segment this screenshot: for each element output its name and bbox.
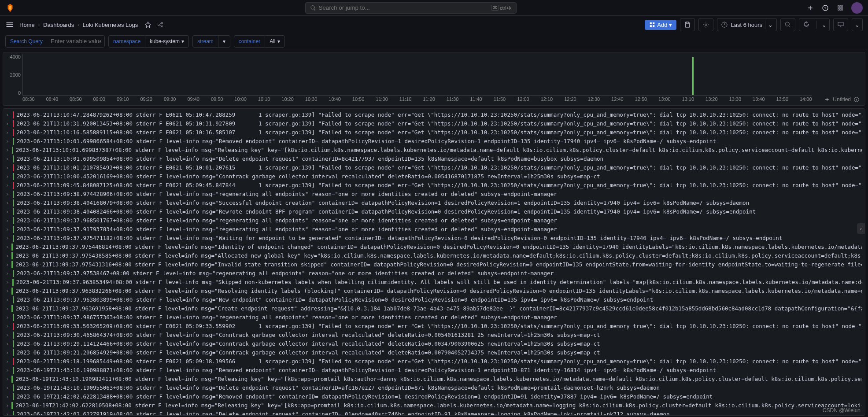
- chevron-right-icon[interactable]: ›: [6, 340, 11, 348]
- zoom-out-button[interactable]: [780, 18, 795, 31]
- chevron-right-icon[interactable]: ›: [6, 287, 10, 295]
- log-row[interactable]: ›2023-06-21T13:10:47.284879262+08:00 std…: [3, 111, 865, 119]
- chevron-right-icon[interactable]: ›: [6, 181, 11, 190]
- chevron-right-icon[interactable]: ›: [6, 146, 10, 155]
- chevron-right-icon[interactable]: ›: [6, 172, 11, 181]
- log-row[interactable]: ›2023-06-21T13:09:37.963691958+08:00 std…: [3, 304, 865, 313]
- log-row[interactable]: ›2023-06-19T21:42:02.622810508+08:00 std…: [3, 401, 865, 410]
- log-row[interactable]: ›2023-06-21T13:09:38.404082466+08:00 std…: [3, 207, 865, 216]
- save-button[interactable]: [680, 18, 695, 31]
- refresh-picker[interactable]: ⌄: [799, 18, 830, 31]
- chevron-right-icon[interactable]: ›: [6, 207, 11, 216]
- chevron-right-icon[interactable]: ›: [6, 331, 11, 340]
- log-row[interactable]: ›2023-06-21T13:10:01.699837387+08:00 std…: [3, 146, 865, 155]
- news-icon[interactable]: [836, 4, 844, 12]
- log-row[interactable]: ›2023-06-21T13:09:37.975438585+08:00 std…: [3, 251, 865, 260]
- var-namespace-select[interactable]: kube-system▾: [145, 36, 188, 47]
- log-row[interactable]: ›2023-06-21T13:09:37.963853494+08:00 std…: [3, 278, 865, 287]
- histogram-chart[interactable]: 400020000 08:3008:4008:5009:0009:1009:20…: [3, 52, 865, 105]
- grafana-logo[interactable]: [5, 3, 15, 13]
- log-row[interactable]: ›2023-06-19T21:43:10.190955063+08:00 std…: [3, 384, 865, 392]
- chevron-right-icon[interactable]: ›: [6, 357, 11, 366]
- chevron-right-icon[interactable]: ›: [6, 366, 11, 375]
- info-icon[interactable]: [853, 96, 860, 103]
- log-row[interactable]: ›2023-06-21T13:10:16.585889115+08:00 std…: [3, 128, 865, 137]
- star-icon[interactable]: [144, 21, 152, 29]
- global-search[interactable]: ⌘ ctrl+k: [305, 2, 517, 14]
- chevron-right-icon[interactable]: ›: [6, 322, 11, 331]
- chevron-right-icon[interactable]: ›: [6, 392, 11, 401]
- log-row[interactable]: ›2023-06-19T21:42:02.622813488+08:00 std…: [3, 392, 865, 401]
- chevron-right-icon[interactable]: ›: [6, 216, 11, 225]
- settings-button[interactable]: [698, 18, 713, 31]
- log-row[interactable]: ›2023-06-21T13:09:37.963803899+08:00 std…: [3, 295, 865, 304]
- log-row[interactable]: ›2023-06-21T13:09:21.206854929+08:00 std…: [3, 348, 865, 357]
- chevron-right-icon[interactable]: ›: [6, 128, 11, 137]
- chevron-right-icon[interactable]: ›: [6, 384, 11, 392]
- chevron-left-icon[interactable]: ‹: [857, 223, 865, 234]
- chevron-right-icon[interactable]: ›: [6, 119, 11, 128]
- chevron-right-icon[interactable]: ›: [6, 225, 11, 234]
- chevron-right-icon[interactable]: ›: [6, 243, 10, 251]
- log-row[interactable]: ›2023-06-21T13:09:30.465864374+08:00 std…: [3, 331, 865, 340]
- chevron-right-icon[interactable]: ›: [6, 199, 11, 207]
- log-row[interactable]: ›2023-06-19T21:42:02.622791919+08:00 std…: [3, 410, 865, 416]
- log-row[interactable]: ›2023-06-19T21:43:10.190988871+08:00 std…: [3, 366, 865, 375]
- log-row[interactable]: ›2023-06-21T13:09:37.975446814+08:00 std…: [3, 243, 865, 251]
- chevron-right-icon[interactable]: ›: [6, 163, 11, 172]
- time-picker[interactable]: Last 6 hours ⌄: [717, 18, 777, 31]
- log-row[interactable]: ›2023-06-21T13:09:37.975471182+08:00 std…: [3, 234, 865, 243]
- avatar[interactable]: [851, 2, 863, 14]
- chevron-right-icon[interactable]: ›: [6, 234, 11, 243]
- chevron-right-icon[interactable]: ›: [6, 304, 10, 313]
- chevron-right-icon[interactable]: ›: [6, 313, 11, 322]
- chevron-right-icon[interactable]: ›: [6, 190, 11, 199]
- crumb-dashboards[interactable]: Dashboards: [43, 22, 74, 28]
- share-icon[interactable]: [156, 21, 164, 29]
- log-row[interactable]: ›2023-06-21T13:10:00.452016169+08:00 std…: [3, 172, 865, 181]
- help-icon[interactable]: ?: [821, 4, 829, 12]
- refresh-button[interactable]: [799, 21, 813, 29]
- caret-down-icon[interactable]: ⌄: [768, 22, 773, 28]
- search-input[interactable]: [319, 4, 491, 11]
- log-row[interactable]: ›2023-06-21T13:09:33.563265209+08:00 std…: [3, 322, 865, 331]
- chevron-right-icon[interactable]: ›: [6, 111, 11, 119]
- menu-icon[interactable]: [5, 20, 14, 29]
- chevron-right-icon[interactable]: ›: [6, 348, 11, 357]
- log-row[interactable]: ›2023-06-21T13:09:38.404168079+08:00 std…: [3, 199, 865, 207]
- log-row[interactable]: ›2023-06-21T13:09:37.917937834+08:00 std…: [3, 225, 865, 234]
- log-row[interactable]: ›2023-06-21T13:10:01.699509854+08:00 std…: [3, 155, 865, 163]
- log-row[interactable]: ›2023-06-21T13:09:45.848087125+08:00 std…: [3, 181, 865, 190]
- chevron-right-icon[interactable]: ›: [6, 375, 10, 384]
- log-row[interactable]: ›2023-06-21T13:10:31.920013453+08:00 std…: [3, 119, 865, 128]
- log-row[interactable]: ›2023-06-21T13:09:29.114124466+08:00 std…: [3, 340, 865, 348]
- add-series-icon[interactable]: [824, 96, 830, 103]
- refresh-interval[interactable]: ⌄: [819, 22, 829, 28]
- chevron-right-icon[interactable]: ›: [6, 269, 11, 278]
- log-row[interactable]: ›2023-06-21T13:09:37.968501767+08:00 std…: [3, 216, 865, 225]
- log-row[interactable]: ›2023-06-21T13:09:38.974428906+08:00 std…: [3, 190, 865, 199]
- chevron-right-icon[interactable]: ›: [6, 155, 11, 163]
- log-row[interactable]: ›2023-06-19T21:43:10.190982411+08:00 std…: [3, 375, 865, 384]
- chevron-right-icon[interactable]: ›: [6, 137, 11, 146]
- log-row[interactable]: ›2023-06-21T13:10:01.699866584+08:00 std…: [3, 137, 865, 146]
- chevron-right-icon[interactable]: ›: [6, 260, 10, 269]
- log-row[interactable]: ›2023-06-21T13:10:01.210785493+08:00 std…: [3, 163, 865, 172]
- chevron-right-icon[interactable]: ›: [6, 278, 11, 287]
- chevron-right-icon[interactable]: ›: [6, 401, 10, 410]
- log-row[interactable]: ›2023-06-21T13:09:37.986757363+08:00 std…: [3, 313, 865, 322]
- add-button[interactable]: Add ▾: [645, 20, 676, 30]
- chevron-right-icon[interactable]: ›: [6, 295, 11, 304]
- log-row[interactable]: ›2023-06-21T13:09:37.97538467+08:00 stde…: [3, 269, 865, 278]
- crumb-home[interactable]: Home: [19, 22, 35, 28]
- kiosk-button[interactable]: [833, 18, 848, 31]
- var-stream-select[interactable]: ▾: [218, 36, 230, 47]
- log-row[interactable]: ›2023-06-21T13:09:18.199685449+08:00 std…: [3, 357, 865, 366]
- chevron-right-icon[interactable]: ›: [6, 251, 10, 260]
- chevron-right-icon[interactable]: ›: [6, 410, 11, 416]
- var-search-query-input[interactable]: [47, 36, 104, 47]
- log-row[interactable]: ›2023-06-21T13:09:37.975431316+08:00 std…: [3, 260, 865, 269]
- log-row[interactable]: ›2023-06-21T13:09:37.963832266+08:00 std…: [3, 287, 865, 295]
- var-container-select[interactable]: All▾: [265, 36, 284, 47]
- plus-icon[interactable]: [806, 4, 814, 12]
